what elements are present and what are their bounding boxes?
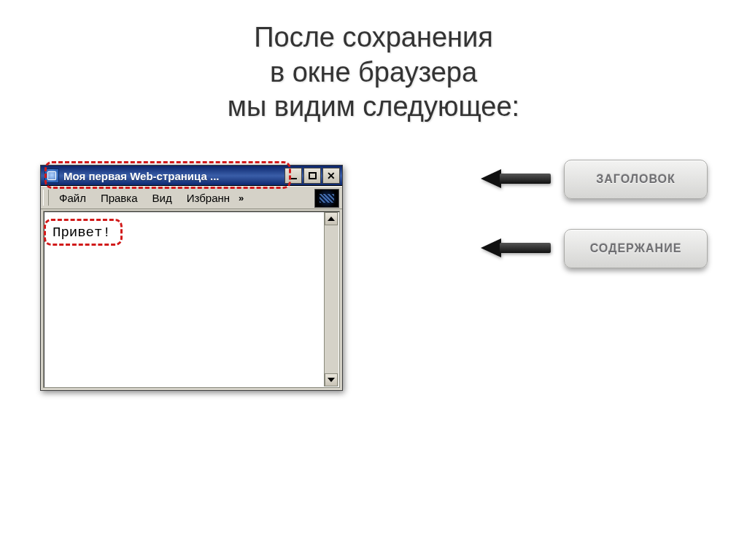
page-body-text: Привет! — [53, 225, 111, 241]
browser-window: Моя первая Web-страница ... Файл Правка … — [40, 165, 343, 391]
scroll-up-button[interactable] — [325, 212, 338, 225]
menu-overflow[interactable]: » — [239, 192, 244, 203]
arrow-left-icon — [481, 169, 501, 188]
menu-view[interactable]: Вид — [145, 190, 179, 206]
ie-page-icon — [44, 168, 59, 183]
heading-line-2: в окне браузера — [270, 57, 477, 88]
window-title: Моя первая Web-страница ... — [63, 170, 285, 182]
menubar: Файл Правка Вид Избранн » — [41, 186, 342, 209]
arrow-left-icon — [481, 238, 501, 257]
slide-heading: После сохранения в окне браузера мы види… — [0, 20, 747, 125]
heading-line-1: После сохранения — [254, 22, 493, 52]
label-title-text: Заголовок — [596, 173, 676, 186]
maximize-button[interactable] — [303, 168, 321, 184]
browser-content: Привет! — [43, 211, 340, 388]
toolbar-grip — [43, 190, 49, 206]
arrow-to-title — [481, 169, 551, 188]
arrow-shaft — [500, 243, 551, 253]
label-content-text: Содержание — [590, 242, 682, 255]
close-button[interactable] — [322, 168, 340, 184]
heading-line-3: мы видим следующее: — [228, 91, 519, 122]
arrow-shaft — [500, 174, 551, 184]
menu-favorites[interactable]: Избранн — [179, 190, 237, 206]
label-pill-content: Содержание — [564, 229, 708, 268]
scroll-down-button[interactable] — [325, 373, 338, 386]
minimize-button[interactable] — [285, 168, 302, 184]
titlebar: Моя первая Web-страница ... — [41, 166, 342, 186]
throbber-icon — [314, 189, 339, 208]
arrow-to-content — [481, 238, 551, 257]
menu-file[interactable]: Файл — [52, 190, 93, 206]
menu-edit[interactable]: Правка — [93, 190, 145, 206]
window-buttons — [285, 168, 342, 184]
vertical-scrollbar[interactable] — [324, 212, 338, 386]
label-pill-title: Заголовок — [564, 160, 708, 199]
